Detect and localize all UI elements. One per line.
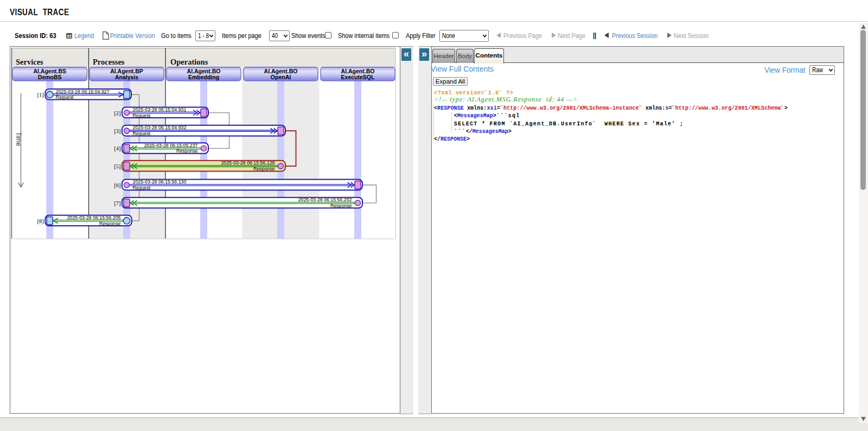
svg-text:[5]: [5] [114,163,120,169]
svg-text:[4]: [4] [114,145,120,151]
svg-text:Operations: Operations [170,58,208,66]
svg-text:AI.Agent.BO: AI.Agent.BO [264,68,298,74]
svg-text:AI.Agent.BP: AI.Agent.BP [110,68,143,74]
svg-text:[8]: [8] [37,218,44,224]
svg-text:DemoBS: DemoBS [38,74,62,80]
svg-text:Response: Response [99,221,121,226]
svg-text:Time: Time [15,132,22,147]
svg-text:Response: Response [253,166,275,172]
svg-text:[6]: [6] [114,182,120,188]
svg-text:2025-03-28 06:15:56.130: 2025-03-28 06:15:56.130 [133,179,187,185]
svg-text:ExecuteSQL: ExecuteSQL [341,74,375,80]
svg-text:Request: Request [133,113,151,118]
svg-text:2025-03-28 06:15:56.205: 2025-03-28 06:15:56.205 [67,215,121,220]
svg-text:Analysis: Analysis [115,74,138,80]
svg-text:AI.Agent.BO: AI.Agent.BO [341,68,375,74]
svg-text:[3]: [3] [114,128,120,134]
svg-text:Response: Response [330,203,352,208]
svg-text:Processes: Processes [93,58,125,66]
svg-text:2025-03-28 06:15:05.237: 2025-03-28 06:15:05.237 [144,143,198,148]
svg-text:AI.Agent.BS: AI.Agent.BS [33,68,66,74]
svg-text:[2]: [2] [114,110,120,116]
svg-text:Embedding: Embedding [188,74,219,80]
svg-text:Request: Request [133,131,151,136]
svg-text:OpenAI: OpenAI [271,74,291,80]
svg-text:AI.Agent.BO: AI.Agent.BO [187,68,221,74]
svg-text:[7]: [7] [114,200,120,206]
svg-text:2025-03-28 06:15:04.931: 2025-03-28 06:15:04.931 [133,107,187,112]
svg-text:2025-03-28 06:15:04.927: 2025-03-28 06:15:04.927 [56,89,110,94]
svg-text:Request: Request [133,185,151,191]
svg-text:2025-03-28 06:15:04.932: 2025-03-28 06:15:04.932 [133,125,187,130]
svg-text:Services: Services [16,58,43,66]
svg-text:2025-03-28 06:15:56.128: 2025-03-28 06:15:56.128 [221,160,275,166]
svg-text:[1]: [1] [37,92,44,98]
svg-text:Request: Request [56,94,74,100]
svg-text:2025-03-28 06:15:56.202: 2025-03-28 06:15:56.202 [298,197,352,202]
svg-text:Response: Response [176,148,198,154]
